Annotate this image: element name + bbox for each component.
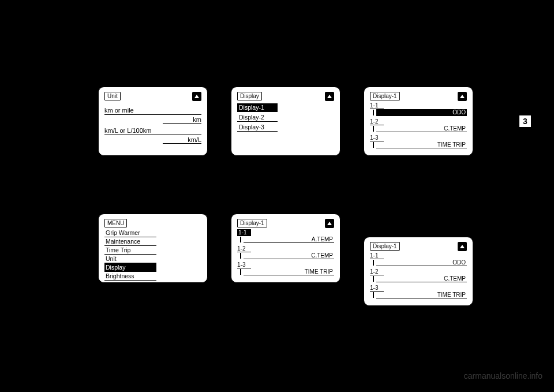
slot-2-value[interactable]: C.TEMP xyxy=(376,125,467,132)
slot-1-label[interactable]: 1-1 xyxy=(237,229,251,236)
panel-header: Display-1 xyxy=(370,92,467,101)
panel-display-select: Display Display-1 Display-2 Display-3 xyxy=(231,87,340,156)
slot-3: 1-3 TIME TRIP xyxy=(370,135,467,148)
unit-content: km or mile km km/L or L/100km km/L xyxy=(104,103,201,144)
display-slots: 1-1 ODO 1-2 C.TEMP 1-3 TIME TRIP xyxy=(370,102,467,150)
panel-display1-a: Display-1 1-1 ODO 1-2 C.TEMP 1-3 TIME TR… xyxy=(364,87,473,156)
display-options: Display-1 Display-2 Display-3 xyxy=(237,103,334,132)
menu-item-maintenance[interactable]: Maintenance xyxy=(104,237,156,246)
slot-3: 1-3 TIME TRIP xyxy=(370,285,467,298)
panels-grid: Unit km or mile km km/L or L/100km km/L … xyxy=(98,87,485,294)
slot-1-value[interactable]: ODO xyxy=(376,259,467,266)
page-number: 3 xyxy=(519,115,531,127)
slot-1-label: 1-1 xyxy=(370,252,384,259)
slot-2-label: 1-2 xyxy=(370,268,384,275)
up-arrow-icon xyxy=(325,219,334,228)
slot-2: 1-2 C.TEMP xyxy=(237,245,334,259)
menu-item-clock[interactable]: Clock xyxy=(104,281,156,289)
slot-3-label: 1-3 xyxy=(237,262,251,268)
slot-1: 1-1 A.TEMP xyxy=(237,229,334,243)
panel-unit: Unit km or mile km km/L or L/100km km/L xyxy=(98,87,208,156)
slot-3-value[interactable]: TIME TRIP xyxy=(376,292,467,298)
tag-display1: Display-1 xyxy=(370,242,400,251)
up-arrow-icon xyxy=(458,242,467,251)
up-arrow-icon xyxy=(458,92,467,101)
slot-3-label: 1-3 xyxy=(370,285,384,292)
unit-row-2-label: km/L or L/100km xyxy=(104,127,201,135)
tag-display1: Display-1 xyxy=(370,92,400,100)
slot-1-value[interactable]: A.TEMP xyxy=(244,236,334,243)
slot-2-value[interactable]: C.TEMP xyxy=(376,275,467,282)
menu-item-display[interactable]: Display xyxy=(104,263,156,272)
watermark: carmanualsonline.info xyxy=(464,371,542,380)
tag-display1: Display-1 xyxy=(237,219,267,227)
display-option-2[interactable]: Display-2 xyxy=(237,113,278,122)
slot-2-label: 1-2 xyxy=(237,245,251,252)
menu-item-unit[interactable]: Unit xyxy=(104,255,156,263)
slot-3-value[interactable]: TIME TRIP xyxy=(376,141,467,148)
display-option-1[interactable]: Display-1 xyxy=(237,103,278,112)
unit-row-2-value: km/L xyxy=(163,137,201,144)
tag-unit: Unit xyxy=(104,92,121,100)
panel-display1-b: Display-1 1-1 A.TEMP 1-2 C.TEMP 1-3 TIME… xyxy=(231,214,340,283)
slot-2-label: 1-2 xyxy=(370,118,384,125)
slot-1: 1-1 ODO xyxy=(370,252,467,266)
unit-row-1-label: km or mile xyxy=(104,107,201,115)
menu-list: Grip Warmer Maintenance Time Trip Unit D… xyxy=(104,229,156,289)
menu-item-time-trip[interactable]: Time Trip xyxy=(104,246,156,255)
menu-item-brightness[interactable]: Brightness xyxy=(104,272,156,281)
slot-2-value[interactable]: C.TEMP xyxy=(244,252,334,259)
unit-row-1-value: km xyxy=(163,117,201,124)
slot-1-value[interactable]: ODO xyxy=(376,109,467,116)
slot-2: 1-2 C.TEMP xyxy=(370,268,467,282)
display-slots: 1-1 ODO 1-2 C.TEMP 1-3 TIME TRIP xyxy=(370,252,467,300)
panel-header: Display-1 xyxy=(237,219,334,228)
slot-2: 1-2 C.TEMP xyxy=(370,118,467,132)
panel-menu: MENU Grip Warmer Maintenance Time Trip U… xyxy=(98,214,208,283)
panel-header: Display xyxy=(237,92,334,101)
tag-menu: MENU xyxy=(104,219,127,227)
up-arrow-icon xyxy=(192,92,201,101)
slot-3-label: 1-3 xyxy=(370,135,384,141)
slot-1-label: 1-1 xyxy=(370,102,384,109)
panel-header: Display-1 xyxy=(370,242,467,251)
up-arrow-icon xyxy=(325,92,334,101)
display-option-3[interactable]: Display-3 xyxy=(237,123,278,132)
panel-header: MENU xyxy=(104,219,201,227)
panel-header: Unit xyxy=(104,92,201,101)
slot-1: 1-1 ODO xyxy=(370,102,467,116)
slot-3-value[interactable]: TIME TRIP xyxy=(244,268,334,275)
display-slots: 1-1 A.TEMP 1-2 C.TEMP 1-3 TIME TRIP xyxy=(237,229,334,277)
tag-display: Display xyxy=(237,92,262,100)
menu-item-grip-warmer[interactable]: Grip Warmer xyxy=(104,229,156,237)
panel-display1-c: Display-1 1-1 ODO 1-2 C.TEMP 1-3 TIME TR… xyxy=(364,237,473,306)
slot-3: 1-3 TIME TRIP xyxy=(237,262,334,275)
